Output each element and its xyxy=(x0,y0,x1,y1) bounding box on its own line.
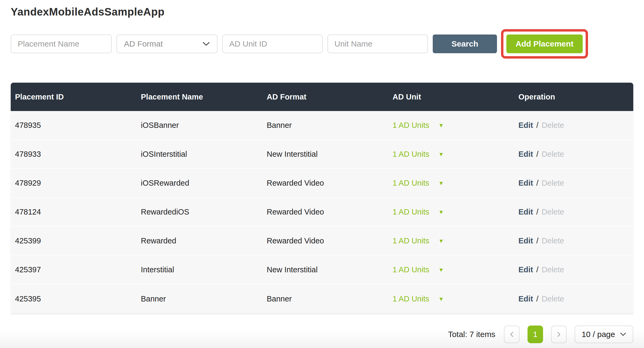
column-header-operation: Operation xyxy=(514,93,633,101)
operation-separator: / xyxy=(536,265,538,274)
cell-placement-id: 425399 xyxy=(11,236,137,245)
annotation-highlight: Add Placement xyxy=(501,29,588,59)
edit-link[interactable]: Edit xyxy=(518,179,533,187)
table-header: Placement ID Placement Name AD Format AD… xyxy=(11,83,633,111)
table-row: 478124 RewardediOS Rewarded Video 1 AD U… xyxy=(11,198,633,227)
cell-operation: Edit/Delete xyxy=(514,121,633,130)
delete-link[interactable]: Delete xyxy=(542,150,564,158)
column-header-placement-id: Placement ID xyxy=(11,93,137,101)
table-row: 425397 Interstitial New Interstitial 1 A… xyxy=(11,255,633,284)
delete-link[interactable]: Delete xyxy=(542,236,564,245)
cell-ad-format: New Interstitial xyxy=(262,265,388,274)
total-items-label: Total: 7 items xyxy=(448,330,495,339)
cell-placement-id: 478933 xyxy=(11,150,137,159)
column-header-ad-format: AD Format xyxy=(262,93,388,101)
cell-placement-id: 478124 xyxy=(11,208,137,216)
cell-operation: Edit/Delete xyxy=(514,208,633,216)
column-header-ad-unit: AD Unit xyxy=(388,93,514,101)
delete-link[interactable]: Delete xyxy=(542,121,564,129)
triangle-down-icon: ▼ xyxy=(438,180,444,186)
triangle-down-icon: ▼ xyxy=(438,238,444,244)
filter-bar: AD Format Search Add Placement xyxy=(11,35,633,53)
ad-unit-count-label: 1 AD Units xyxy=(393,208,429,216)
cell-ad-format: Rewarded Video xyxy=(262,179,388,188)
search-button[interactable]: Search xyxy=(433,35,497,53)
triangle-down-icon: ▼ xyxy=(438,151,444,157)
ad-unit-dropdown-trigger[interactable]: 1 AD Units ▼ xyxy=(393,295,444,303)
cell-placement-name: iOSInterstitial xyxy=(137,150,262,159)
chevron-left-icon xyxy=(509,331,514,337)
operation-separator: / xyxy=(536,150,538,158)
ad-unit-dropdown-trigger[interactable]: 1 AD Units ▼ xyxy=(393,150,444,159)
prev-page-button[interactable] xyxy=(504,326,519,343)
next-page-button[interactable] xyxy=(551,326,567,343)
cell-placement-id: 425397 xyxy=(11,265,137,274)
table-row: 478933 iOSInterstitial New Interstitial … xyxy=(11,140,633,169)
edit-link[interactable]: Edit xyxy=(518,265,533,274)
triangle-down-icon: ▼ xyxy=(438,209,444,215)
chevron-down-icon xyxy=(202,41,210,46)
ad-unit-dropdown-trigger[interactable]: 1 AD Units ▼ xyxy=(393,121,444,130)
delete-link[interactable]: Delete xyxy=(542,265,564,274)
operation-separator: / xyxy=(536,236,538,245)
delete-link[interactable]: Delete xyxy=(542,179,564,187)
cell-operation: Edit/Delete xyxy=(514,236,633,245)
cell-placement-id: 425395 xyxy=(11,295,137,303)
edit-link[interactable]: Edit xyxy=(518,208,533,216)
ad-format-value: AD Format xyxy=(124,39,163,48)
operation-separator: / xyxy=(536,121,538,129)
cell-operation: Edit/Delete xyxy=(514,179,633,188)
pagination: Total: 7 items 1 10 / page xyxy=(11,326,633,343)
cell-operation: Edit/Delete xyxy=(514,265,633,274)
ad-unit-count-label: 1 AD Units xyxy=(393,121,429,130)
triangle-down-icon: ▼ xyxy=(438,123,444,128)
unit-name-input[interactable] xyxy=(327,35,428,53)
cell-ad-unit: 1 AD Units ▼ xyxy=(388,179,514,188)
cell-ad-unit: 1 AD Units ▼ xyxy=(388,150,514,159)
current-page-button[interactable]: 1 xyxy=(528,326,543,343)
triangle-down-icon: ▼ xyxy=(438,267,444,273)
cell-placement-name: iOSBanner xyxy=(137,121,262,130)
ad-unit-dropdown-trigger[interactable]: 1 AD Units ▼ xyxy=(393,179,444,188)
ad-unit-count-label: 1 AD Units xyxy=(393,265,429,274)
cell-ad-unit: 1 AD Units ▼ xyxy=(388,265,514,274)
cell-placement-name: Banner xyxy=(137,295,262,303)
cell-placement-name: Rewarded xyxy=(137,236,262,245)
page-size-value: 10 / page xyxy=(582,330,615,339)
cell-placement-name: RewardediOS xyxy=(137,208,262,216)
cell-operation: Edit/Delete xyxy=(514,295,633,303)
cell-ad-unit: 1 AD Units ▼ xyxy=(388,121,514,130)
triangle-down-icon: ▼ xyxy=(438,296,444,302)
delete-link[interactable]: Delete xyxy=(542,208,564,216)
delete-link[interactable]: Delete xyxy=(542,295,564,303)
ad-unit-count-label: 1 AD Units xyxy=(393,150,429,159)
cell-placement-name: iOSRewarded xyxy=(137,179,262,188)
placement-name-input[interactable] xyxy=(11,35,112,53)
ad-format-select[interactable]: AD Format xyxy=(116,35,217,53)
page-size-select[interactable]: 10 / page xyxy=(575,326,633,343)
chevron-down-icon xyxy=(620,332,626,336)
cell-placement-id: 478929 xyxy=(11,179,137,188)
operation-separator: / xyxy=(536,208,538,216)
table-body: 478935 iOSBanner Banner 1 AD Units ▼ Edi… xyxy=(11,111,633,313)
chevron-right-icon xyxy=(556,331,561,337)
cell-ad-format: Banner xyxy=(262,121,388,130)
operation-separator: / xyxy=(536,295,538,303)
cell-ad-unit: 1 AD Units ▼ xyxy=(388,295,514,303)
operation-separator: / xyxy=(536,179,538,187)
edit-link[interactable]: Edit xyxy=(518,150,533,158)
page-root: YandexMobileAdsSampleApp AD Format Searc… xyxy=(0,0,644,343)
ad-unit-count-label: 1 AD Units xyxy=(393,179,429,188)
ad-unit-dropdown-trigger[interactable]: 1 AD Units ▼ xyxy=(393,265,444,274)
ad-unit-dropdown-trigger[interactable]: 1 AD Units ▼ xyxy=(393,236,444,245)
edit-link[interactable]: Edit xyxy=(518,295,533,303)
edit-link[interactable]: Edit xyxy=(518,121,533,129)
ad-unit-dropdown-trigger[interactable]: 1 AD Units ▼ xyxy=(393,208,444,216)
edit-link[interactable]: Edit xyxy=(518,236,533,245)
cell-ad-format: Rewarded Video xyxy=(262,236,388,245)
add-placement-button[interactable]: Add Placement xyxy=(506,35,583,53)
ad-unit-id-input[interactable] xyxy=(222,35,323,53)
table-row: 425395 Banner Banner 1 AD Units ▼ Edit/D… xyxy=(11,284,633,313)
cell-ad-unit: 1 AD Units ▼ xyxy=(388,236,514,245)
placements-table: Placement ID Placement Name AD Format AD… xyxy=(11,83,633,314)
